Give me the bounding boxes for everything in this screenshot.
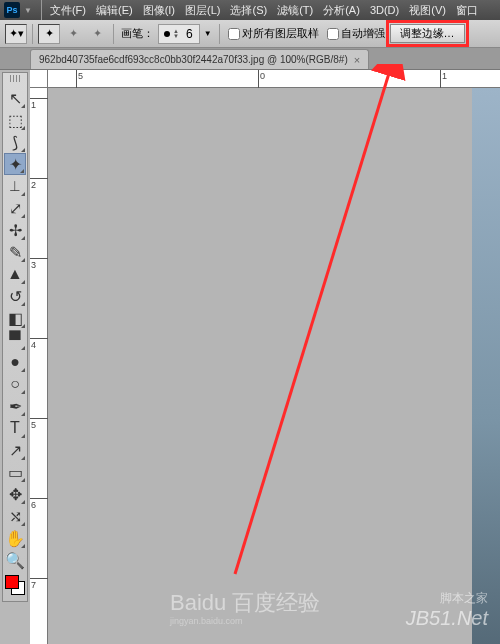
new-selection-icon[interactable]: ✦: [38, 24, 60, 44]
blur-tool[interactable]: ●: [4, 351, 26, 373]
hand-tool[interactable]: ✋: [4, 527, 26, 549]
app-logo: Ps: [4, 2, 20, 18]
type-tool[interactable]: T: [4, 417, 26, 439]
toolbox-grip[interactable]: [5, 75, 25, 83]
document-tab-bar: 962bd40735fae6cdf693cc8c0bb30f2442a70f33…: [0, 48, 500, 70]
brush-tool[interactable]: ✎: [4, 241, 26, 263]
dodge-tool[interactable]: ○: [4, 373, 26, 395]
options-bar: ✦▾ ✦ ✦ ✦ 画笔： ▲▼ 6 ▼ 对所有图层取样 自动增强 调整边缘…: [0, 20, 500, 48]
auto-enhance-label: 自动增强: [341, 26, 385, 41]
eraser-tool[interactable]: ◧: [4, 307, 26, 329]
menu-window[interactable]: 窗口: [451, 3, 483, 18]
eyedropper-tool[interactable]: ⤢: [4, 197, 26, 219]
move-tool[interactable]: ↖: [4, 87, 26, 109]
brush-dropdown-arrow[interactable]: ▼: [204, 29, 212, 38]
sample-all-layers-label: 对所有图层取样: [242, 26, 319, 41]
watermark-jb51: 脚本之家 JB51.Net: [406, 590, 488, 630]
ruler-origin[interactable]: [30, 70, 48, 88]
pen-tool[interactable]: ✒: [4, 395, 26, 417]
active-tool-icon[interactable]: ✦▾: [5, 24, 27, 44]
menu-image[interactable]: 图像(I): [138, 3, 180, 18]
menu-analysis[interactable]: 分析(A): [318, 3, 365, 18]
gradient-tool[interactable]: ▀: [4, 329, 26, 351]
tab-close-icon[interactable]: ×: [354, 54, 360, 66]
marquee-tool[interactable]: ⬚: [4, 109, 26, 131]
clone-stamp-tool[interactable]: ▲: [4, 263, 26, 285]
menu-filter[interactable]: 滤镜(T): [272, 3, 318, 18]
document-canvas[interactable]: [48, 88, 500, 644]
menu-bar: Ps ▼ 文件(F) 编辑(E) 图像(I) 图层(L) 选择(S) 滤镜(T)…: [0, 0, 500, 20]
shape-tool[interactable]: ▭: [4, 461, 26, 483]
canvas-area: 501 1234567: [30, 70, 500, 644]
menu-select[interactable]: 选择(S): [225, 3, 272, 18]
horizontal-ruler[interactable]: 501: [48, 70, 500, 88]
image-content: [472, 88, 500, 644]
path-select-tool[interactable]: ↗: [4, 439, 26, 461]
app-menu-arrow[interactable]: ▼: [24, 6, 32, 15]
zoom-tool[interactable]: 🔍: [4, 549, 26, 571]
menu-edit[interactable]: 编辑(E): [91, 3, 138, 18]
sample-all-layers-checkbox[interactable]: 对所有图层取样: [228, 26, 319, 41]
subtract-selection-icon[interactable]: ✦: [86, 24, 108, 44]
refine-edge-button[interactable]: 调整边缘…: [390, 24, 465, 43]
3d-tool[interactable]: ✥: [4, 483, 26, 505]
menu-view[interactable]: 视图(V): [404, 3, 451, 18]
document-tab-title: 962bd40735fae6cdf693cc8c0bb30f2442a70f33…: [39, 54, 348, 65]
watermark-baidu: Baidu 百度经验 jingyan.baidu.com: [170, 588, 320, 626]
menu-3d[interactable]: 3D(D): [365, 4, 404, 16]
brush-label: 画笔：: [121, 26, 154, 41]
brush-preset-picker[interactable]: ▲▼ 6: [158, 24, 200, 44]
auto-enhance-checkbox[interactable]: 自动增强: [327, 26, 385, 41]
vertical-ruler[interactable]: 1234567: [30, 88, 48, 644]
color-swatches[interactable]: [5, 575, 25, 595]
3d-camera-tool[interactable]: ⤭: [4, 505, 26, 527]
crop-tool[interactable]: ⟂: [4, 175, 26, 197]
brush-size-value: 6: [182, 27, 197, 41]
foreground-color-swatch[interactable]: [5, 575, 19, 589]
quick-select-tool[interactable]: ✦: [4, 153, 26, 175]
lasso-tool[interactable]: ⟆: [4, 131, 26, 153]
brush-preview-icon: [164, 31, 170, 37]
document-tab[interactable]: 962bd40735fae6cdf693cc8c0bb30f2442a70f33…: [30, 49, 369, 69]
menu-file[interactable]: 文件(F): [45, 3, 91, 18]
menu-layer[interactable]: 图层(L): [180, 3, 225, 18]
toolbox: ↖⬚⟆✦⟂⤢✢✎▲↺◧▀●○✒T↗▭✥⤭✋🔍: [2, 72, 28, 602]
add-selection-icon[interactable]: ✦: [62, 24, 84, 44]
brush-stepper-icon: ▲▼: [173, 29, 179, 39]
spot-heal-tool[interactable]: ✢: [4, 219, 26, 241]
history-brush-tool[interactable]: ↺: [4, 285, 26, 307]
